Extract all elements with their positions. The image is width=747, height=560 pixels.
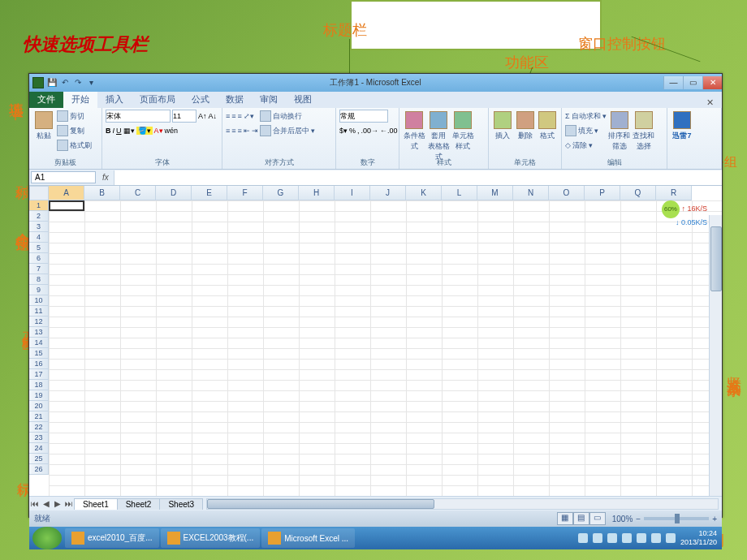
ribbon-tab[interactable]: 页面布局 — [132, 91, 184, 108]
align-right-icon[interactable]: ≡ — [238, 127, 242, 135]
phonetic-button[interactable]: wén — [165, 127, 179, 135]
clear-button[interactable]: ◇ 清除▾ — [565, 139, 607, 152]
row-header-cell[interactable]: 17 — [29, 369, 49, 380]
column-header-cell[interactable]: B — [84, 186, 120, 200]
row-header-cell[interactable]: 14 — [29, 338, 49, 348]
ribbon-tab[interactable]: 审阅 — [252, 91, 286, 108]
vertical-scrollbar[interactable] — [709, 215, 722, 496]
column-header-cell[interactable]: P — [585, 186, 620, 200]
ribbon-tab[interactable]: 视图 — [286, 91, 320, 108]
grow-font-icon[interactable]: A↑ — [198, 112, 207, 120]
currency-icon[interactable]: $▾ — [339, 127, 348, 135]
tray-icon[interactable] — [637, 533, 646, 543]
ribbon-tab[interactable]: 数据 — [218, 91, 252, 108]
taskbar-item[interactable]: excel2010_百度... — [65, 528, 159, 548]
row-header-cell[interactable]: 18 — [29, 380, 49, 390]
sheet-nav[interactable]: ⏮◀▶⏭ — [29, 499, 75, 508]
align-left-icon[interactable]: ≡ — [226, 127, 230, 135]
row-header-cell[interactable]: 5 — [29, 243, 49, 253]
sheet-nav-button[interactable]: ⏭ — [63, 499, 75, 508]
zoom-in-button[interactable]: + — [712, 515, 717, 523]
italic-button[interactable]: I — [113, 127, 115, 135]
orientation-icon[interactable]: ⤢▾ — [244, 112, 254, 120]
column-header-cell[interactable]: H — [299, 186, 335, 200]
minimize-button[interactable]: — — [663, 76, 683, 89]
ribbon-tab[interactable]: 插入 — [97, 91, 132, 108]
row-header-cell[interactable]: 15 — [29, 348, 49, 359]
tray-icon[interactable] — [578, 533, 588, 543]
qat-undo-icon[interactable]: ↶ — [60, 78, 70, 88]
name-box[interactable]: A1 — [31, 171, 96, 183]
row-header-cell[interactable]: 10 — [29, 295, 49, 306]
horizontal-scrollbar[interactable] — [206, 498, 719, 510]
sheet-nav-button[interactable]: ◀ — [41, 499, 52, 508]
merge-center-button[interactable]: 合并后居中▾ — [260, 124, 315, 137]
select-all-corner[interactable] — [29, 186, 49, 200]
indent-dec-icon[interactable]: ⇤ — [244, 127, 250, 135]
row-header-cell[interactable]: 1 — [29, 200, 49, 211]
column-header-cell[interactable]: N — [513, 186, 549, 200]
close-button[interactable]: ✕ — [702, 76, 722, 89]
row-header-cell[interactable]: 7 — [29, 264, 49, 274]
row-header-cell[interactable]: 19 — [29, 390, 49, 401]
fill-button[interactable]: 填充▾ — [565, 124, 607, 137]
xunlei-button[interactable]: 迅雷7 — [671, 110, 693, 152]
percent-icon[interactable]: % — [349, 127, 356, 135]
row-header-cell[interactable]: 11 — [29, 306, 49, 317]
formula-input[interactable] — [114, 170, 722, 185]
zoom-out-button[interactable]: − — [636, 515, 641, 523]
start-button[interactable] — [32, 527, 62, 549]
row-header-cell[interactable]: 16 — [29, 359, 49, 369]
tray-icon[interactable] — [666, 533, 676, 543]
fill-color-button[interactable]: 🪣▾ — [136, 127, 153, 135]
cell-styles-button[interactable]: 单元格样式 — [451, 110, 474, 152]
find-select-button[interactable]: 查找和选择 — [633, 110, 655, 152]
tray-icon[interactable] — [607, 533, 617, 543]
sort-filter-button[interactable]: 排序和筛选 — [608, 110, 631, 152]
column-header-cell[interactable]: F — [227, 186, 263, 200]
sheet-tab[interactable]: Sheet1 — [74, 498, 118, 510]
tray-icon[interactable] — [622, 533, 632, 543]
ribbon-tab[interactable]: 公式 — [184, 91, 218, 108]
dec-decimal-icon[interactable]: ←.00 — [380, 127, 398, 135]
sheet-tabs[interactable]: Sheet1Sheet2Sheet3 — [75, 498, 203, 510]
sheet-nav-button[interactable]: ⏮ — [29, 499, 41, 508]
qat-save-icon[interactable]: 💾 — [47, 78, 57, 88]
align-bottom-icon[interactable]: ≡ — [238, 112, 242, 120]
document-close-button[interactable]: ✕ — [698, 97, 722, 108]
autosum-button[interactable]: Σ 自动求和▾ — [565, 110, 607, 123]
shrink-font-icon[interactable]: A↓ — [209, 112, 218, 120]
format-cells-button[interactable]: 格式 — [537, 110, 558, 152]
indent-inc-icon[interactable]: ⇥ — [252, 127, 258, 135]
tray-icon[interactable] — [593, 533, 602, 543]
table-format-button[interactable]: 套用 表格格式 — [427, 110, 450, 152]
copy-button[interactable]: 复制 — [57, 124, 92, 137]
row-header-cell[interactable]: 2 — [29, 211, 49, 222]
row-header-cell[interactable]: 21 — [29, 411, 49, 422]
fx-icon[interactable]: fx — [97, 173, 114, 182]
bold-button[interactable]: B — [106, 127, 111, 135]
system-tray[interactable]: 10:24 2013/11/20 — [578, 529, 722, 547]
title-bar[interactable]: 💾 ↶ ↷ ▾ 工作簿1 - Microsoft Excel — ▭ ✕ — [29, 74, 722, 92]
column-header-cell[interactable]: K — [406, 186, 442, 200]
column-header-cell[interactable]: D — [156, 186, 192, 200]
align-middle-icon[interactable]: ≡ — [231, 112, 235, 120]
column-header-cell[interactable]: I — [335, 186, 370, 200]
row-headers[interactable]: 1234567891011121314151617181920212223242… — [29, 200, 49, 496]
insert-cells-button[interactable]: 插入 — [492, 110, 513, 152]
delete-cells-button[interactable]: 删除 — [515, 110, 536, 152]
format-painter-button[interactable]: 格式刷 — [57, 139, 92, 152]
number-format-select[interactable] — [339, 110, 388, 123]
font-name-select[interactable] — [106, 110, 171, 123]
column-header-cell[interactable]: E — [192, 186, 227, 200]
view-normal-icon[interactable]: ▦ — [557, 512, 573, 525]
inc-decimal-icon[interactable]: .00→ — [361, 127, 379, 135]
column-header-cell[interactable]: A — [49, 186, 84, 200]
conditional-format-button[interactable]: 条件格式 — [403, 110, 425, 152]
worksheet-grid[interactable] — [49, 200, 722, 496]
sheet-nav-button[interactable]: ▶ — [52, 499, 63, 508]
align-top-icon[interactable]: ≡ — [226, 112, 230, 120]
border-button[interactable]: ▦▾ — [123, 127, 135, 135]
row-header-cell[interactable]: 9 — [29, 285, 49, 295]
maximize-button[interactable]: ▭ — [683, 76, 702, 89]
